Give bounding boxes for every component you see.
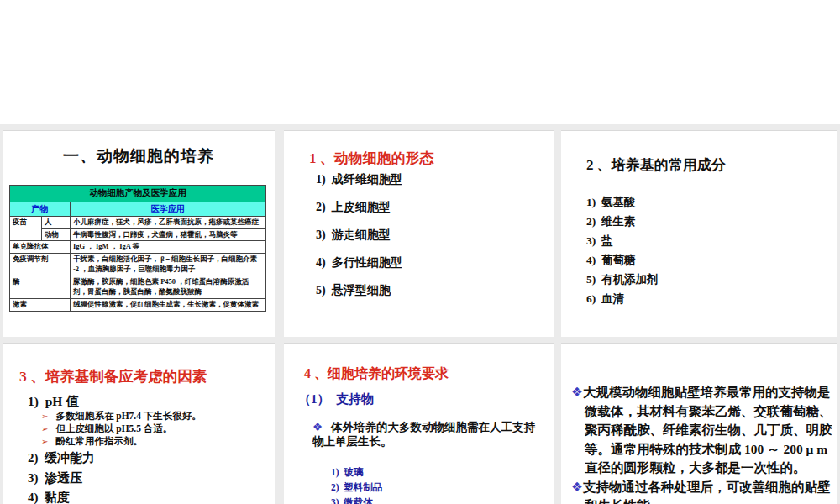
cell-category: 激素 [10,298,71,311]
list-item: 5) 悬浮型细胞 [316,284,402,297]
bullet-text: 支持物通过各种处理后，可改善细胞的贴壁和生长性能. [583,480,831,504]
table-row-immunomodulator: 免疫调节剂 干扰素，白细胞活化因子， β－细胞生长因子，白细胞介素 -2 ，血清… [10,254,266,276]
slide5-title: 4 、细胞培养的环境要求 [304,365,449,383]
slide-thumbnail-4[interactable]: 3 、培养基制备应考虑的因素 1) pH 值 ➢多数细胞系在 pH7.4 下生长… [3,343,275,504]
list-item: 2) 维生素 [586,212,659,231]
sub-item-text: 但上皮细胞以 pH5.5 合适。 [55,423,172,433]
cell-value: 绒膜促性腺激素，促红细胞生成素，生长激素，促黄体激素 [71,298,266,311]
slide5-bullet: ❖体外培养的大多数动物细胞需在人工支持物上单层生长。 [312,420,544,449]
arrow-bullet-icon: ➢ [41,437,48,446]
list-item: 6) 血清 [586,289,659,308]
list-item: 1) 玻璃 [331,465,382,480]
slide3-title: 2 、培养基的常用成分 [586,155,726,175]
slide5-subtitle: （1） 支持物 [298,391,374,407]
diamond-bullet-icon: ❖ [312,420,323,433]
list-item: 4) 葡萄糖 [586,250,659,270]
table-row-hormone: 激素 绒膜促性腺激素，促红细胞生成素，生长激素，促黄体激素 [10,298,266,311]
slide2-title: 1 、动物细胞的形态 [309,149,434,168]
slide4-sub-list: ➢多数细胞系在 pH7.4 下生长很好。 ➢但上皮细胞以 pH5.5 合适。 ➢… [41,410,202,448]
cell-category: 疫苗 [10,216,42,241]
list-item: 3) 微载体 [331,495,382,504]
list-item: 2) 上皮细胞型 [316,201,402,213]
diamond-bullet-icon: ❖ [571,385,583,400]
list-item: 2) 塑料制品 [331,480,382,495]
cell-value: 小儿麻痹症，狂犬，风疹，乙肝表面抗原，疱疹或某些癌症 [71,216,266,228]
table-caption-row: 动物细胞产物及医学应用 [10,186,266,202]
cell-value: 干扰素，白细胞活化因子， β－细胞生长因子，白细胞介素 -2 ，血清胸腺因子，巨… [71,254,266,276]
list-item: 4) 多行性细胞型 [316,256,402,269]
list-item: 3) 游走细胞型 [316,228,402,241]
slide-thumbnail-6[interactable]: ❖大规模动物细胞贴壁培养最常用的支持物是微载体，其材料有聚苯乙烯、交联葡萄糖、聚… [561,343,837,504]
products-table: 动物细胞产物及医学应用 产物 医学应用 疫苗 人 小儿麻痹症，狂犬，风疹，乙肝表… [9,185,266,312]
table-row-enzyme: 酶 脲激酶，胶原酶，细胞色素 P450 ，纤维蛋白溶酶原激活剂，胃蛋白酶，胰蛋白… [10,276,266,299]
sub-list-item: ➢但上皮细胞以 pH5.5 合适。 [41,423,202,435]
sub-item-text: 多数细胞系在 pH7.4 下生长很好。 [55,411,201,421]
arrow-bullet-icon: ➢ [41,424,48,433]
slide1-title: 一、动物细胞的培养 [3,145,275,167]
list-item: 3) 渗透压 [28,472,95,486]
table-row-vaccine-animal: 动物 牛病毒性腹泻，口蹄疫，犬瘟病，猪霍乱，马脑炎等 [10,228,266,241]
slide-thumbnail-1[interactable]: 一、动物细胞的培养 动物细胞产物及医学应用 产物 医学应用 疫苗 人 小儿麻痹症… [3,130,275,337]
column-header-application: 医学应用 [71,202,266,216]
sub-list-item: ➢酚红常用作指示剂。 [41,435,202,448]
bullet-text: 体外培养的大多数动物细胞需在人工支持物上单层生长。 [312,421,535,448]
bullet-text: 大规模动物细胞贴壁培养最常用的支持物是微载体，其材料有聚苯乙烯、交联葡萄糖、聚丙… [583,385,832,475]
cell-value: 牛病毒性腹泻，口蹄疫，犬瘟病，猪霍乱，马脑炎等 [71,228,266,241]
column-header-product: 产物 [10,202,71,216]
list-item: 3) 盐 [586,231,659,250]
cell-subcategory: 动物 [42,228,71,241]
cell-category: 酶 [10,276,71,299]
sub-item-text: 酚红常用作指示剂。 [55,436,143,446]
slide5-list: 1) 玻璃 2) 塑料制品 3) 微载体 [331,465,382,504]
slide2-list: 1) 成纤维细胞型 2) 上皮细胞型 3) 游走细胞型 4) 多行性细胞型 5)… [316,173,402,312]
bullet-paragraph: ❖支持物通过各种处理后，可改善细胞的贴壁和生长性能. [571,478,834,504]
diamond-bullet-icon: ❖ [571,480,583,495]
slide-thumbnail-5[interactable]: 4 、细胞培养的环境要求 （1） 支持物 ❖体外培养的大多数动物细胞需在人工支持… [284,343,554,504]
list-item: 2) 缓冲能力 [28,452,95,465]
cell-category: 单克隆抗体 [10,241,71,254]
slide6-body: ❖大规模动物细胞贴壁培养最常用的支持物是微载体，其材料有聚苯乙烯、交联葡萄糖、聚… [571,383,834,504]
cell-value: 脲激酶，胶原酶，细胞色素 P450 ，纤维蛋白溶酶原激活剂，胃蛋白酶，胰蛋白酶，… [71,276,266,299]
slide3-list: 1) 氨基酸 2) 维生素 3) 盐 4) 葡萄糖 5) 有机添加剂 6) 血清 [586,192,659,308]
list-item: 4) 黏度 [28,491,95,504]
slides-overview-page: 一、动物细胞的培养 动物细胞产物及医学应用 产物 医学应用 疫苗 人 小儿麻痹症… [0,0,840,504]
table-row-antibody: 单克隆抗体 IgG ， IgM ， IgA 等 [10,241,266,254]
cell-value: IgG ， IgM ， IgA 等 [71,241,266,254]
arrow-bullet-icon: ➢ [41,412,48,421]
slide4-list: 2) 缓冲能力 3) 渗透压 4) 黏度 [28,452,95,504]
cell-subcategory: 人 [42,216,71,228]
table-header-row: 产物 医学应用 [10,202,266,216]
slide-thumbnail-3[interactable]: 2 、培养基的常用成分 1) 氨基酸 2) 维生素 3) 盐 4) 葡萄糖 5)… [561,130,837,337]
table-caption: 动物细胞产物及医学应用 [10,186,266,202]
list-item: 1) 氨基酸 [586,192,659,212]
list-item-ph: 1) pH 值 [28,393,79,411]
slide4-title: 3 、培养基制备应考虑的因素 [19,366,207,386]
table-row-vaccine-human: 疫苗 人 小儿麻痹症，狂犬，风疹，乙肝表面抗原，疱疹或某些癌症 [10,216,266,228]
cell-category: 免疫调节剂 [10,254,71,276]
list-item: 5) 有机添加剂 [586,270,659,289]
sub-list-item: ➢多数细胞系在 pH7.4 下生长很好。 [41,410,202,423]
slide-thumbnail-2[interactable]: 1 、动物细胞的形态 1) 成纤维细胞型 2) 上皮细胞型 3) 游走细胞型 4… [284,130,554,337]
bullet-paragraph: ❖大规模动物细胞贴壁培养最常用的支持物是微载体，其材料有聚苯乙烯、交联葡萄糖、聚… [571,383,834,478]
list-item: 1) 成纤维细胞型 [316,173,402,186]
